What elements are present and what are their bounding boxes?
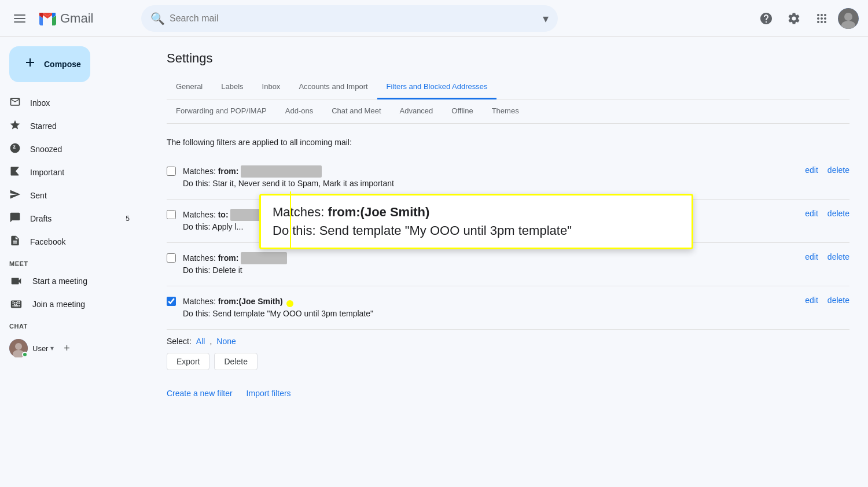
sidebar-item-inbox[interactable]: Inbox [0,91,139,115]
chat-user-avatar [9,339,28,357]
filter-4-edit[interactable]: edit [805,296,818,305]
filter-row-3: Matches: from: Do this: Delete it edit d… [167,243,849,286]
chat-dropdown-icon[interactable]: ▾ [50,344,54,352]
tooltip-title: Matches: from:(Joe Smith) [273,205,680,220]
filter-4-action: Do this: Send template "My OOO until 3pm… [183,308,798,320]
help-icon[interactable] [755,7,778,30]
join-meeting-label: Join a meeting [32,300,85,309]
hamburger-menu[interactable] [9,10,30,27]
tab-forwarding[interactable]: Forwarding and POP/IMAP [167,99,276,124]
important-icon [9,165,21,180]
facebook-icon [9,235,21,249]
meet-section-label: Meet [0,253,148,270]
video-camera-icon [9,274,23,288]
import-filters-link[interactable]: Import filters [247,389,291,398]
filter-4-delete[interactable]: delete [827,296,849,305]
filter-4-checkbox[interactable] [167,297,176,306]
action-buttons: Export Delete [167,353,849,379]
content-area: Settings General Labels Inbox Accounts a… [148,37,868,487]
filter-2-checkbox[interactable] [167,210,176,219]
settings-icon[interactable] [782,7,806,30]
tab-general[interactable]: General [167,75,212,99]
select-all-link[interactable]: All [196,337,205,346]
sent-icon [9,189,21,203]
tab-chat[interactable]: Chat and Meet [322,99,390,124]
gmail-text: Gmail [60,11,93,26]
filter-2-edit[interactable]: edit [805,209,818,218]
compose-button[interactable]: Compose [9,46,90,82]
start-meeting-item[interactable]: Start a meeting [0,270,139,293]
join-meeting-item[interactable]: Join a meeting [0,293,139,316]
online-status-dot [22,352,28,357]
chat-user-item[interactable]: User ▾ + [9,337,139,360]
filter-4-matches: Matches: from:(Joe Smith) [183,296,798,308]
sidebar-item-facebook[interactable]: Facebook [0,230,139,253]
gmail-m-icon [37,8,58,29]
compose-label: Compose [44,60,81,69]
sidebar-item-sent-label: Sent [30,191,47,200]
filter-1-edit[interactable]: edit [805,165,818,175]
select-row: Select: All , None [167,330,849,353]
delete-button[interactable]: Delete [214,353,257,370]
gmail-logo: Gmail [37,8,93,29]
filter-4-text: Matches: from:(Joe Smith) Do this: Send … [183,296,798,320]
tab-accounts[interactable]: Accounts and Import [289,75,377,99]
tab-advanced[interactable]: Advanced [391,99,443,124]
filter-2-delete[interactable]: delete [827,209,849,218]
settings-header: Settings General Labels Inbox Accounts a… [148,37,868,124]
sidebar-item-facebook-label: Facebook [30,237,65,246]
tooltip-connector-line [290,191,291,249]
tabs-row2: Forwarding and POP/IMAP Add-ons Chat and… [167,99,849,124]
add-chat-button[interactable]: + [58,340,75,356]
tooltip-popup: Matches: from:(Joe Smith) Do this: Send … [259,194,693,249]
sidebar: Compose Inbox Starred Snoozed Importan [0,37,148,487]
filter-3-action: Do this: Delete it [183,264,798,276]
tab-inbox[interactable]: Inbox [253,75,290,99]
tooltip-body: Do this: Send template "My OOO until 3pm… [273,223,680,238]
svg-point-5 [15,343,22,350]
svg-point-2 [844,13,852,21]
search-icon: 🔍 [150,12,165,25]
select-none-link[interactable]: None [216,337,236,346]
tab-filters[interactable]: Filters and Blocked Addresses [377,75,497,99]
bottom-links: Create a new filter Import filters [167,379,849,407]
filter-3-actions: edit delete [805,252,849,261]
tabs-row1: General Labels Inbox Accounts and Import… [167,75,849,99]
filter-row-1: Matches: from: Do this: Star it, Never s… [167,156,849,200]
filter-1-action: Do this: Star it, Never send it to Spam,… [183,178,798,190]
search-bar[interactable]: 🔍 ▾ [141,5,558,32]
filter-1-checkbox[interactable] [167,167,176,176]
sidebar-item-snoozed[interactable]: Snoozed [0,138,139,161]
export-button[interactable]: Export [167,353,209,370]
keyboard-icon [9,297,23,311]
filter-3-delete[interactable]: delete [827,252,849,261]
filter-3-text: Matches: from: Do this: Delete it [183,252,798,276]
sidebar-item-important[interactable]: Important [0,161,139,184]
apps-icon[interactable] [810,7,833,30]
filters-description: The following filters are applied to all… [167,138,849,147]
chat-user-name-wrapper: User ▾ [32,344,54,353]
filter-1-actions: edit delete [805,165,849,175]
topbar-left: Gmail [9,8,137,29]
create-filter-link[interactable]: Create a new filter [167,389,233,398]
chat-section: User ▾ + [0,332,148,364]
inbox-icon [9,96,21,110]
sidebar-item-starred[interactable]: Starred [0,115,139,138]
tab-addons[interactable]: Add-ons [276,99,322,124]
search-chevron-icon[interactable]: ▾ [543,12,549,25]
tab-themes[interactable]: Themes [483,99,528,124]
tab-offline[interactable]: Offline [442,99,482,124]
filters-content: The following filters are applied to all… [148,124,868,421]
search-input[interactable] [170,13,538,24]
avatar[interactable] [838,8,859,29]
sidebar-item-important-label: Important [30,168,64,177]
filter-1-delete[interactable]: delete [827,165,849,175]
filter-3-checkbox[interactable] [167,253,176,263]
tab-labels[interactable]: Labels [212,75,252,99]
select-label: Select: [167,337,192,346]
snoozed-icon [9,142,21,157]
sidebar-item-sent[interactable]: Sent [0,184,139,207]
sidebar-item-drafts[interactable]: Drafts 5 [0,207,139,230]
filter-3-edit[interactable]: edit [805,252,818,261]
sidebar-item-snoozed-label: Snoozed [30,145,62,154]
